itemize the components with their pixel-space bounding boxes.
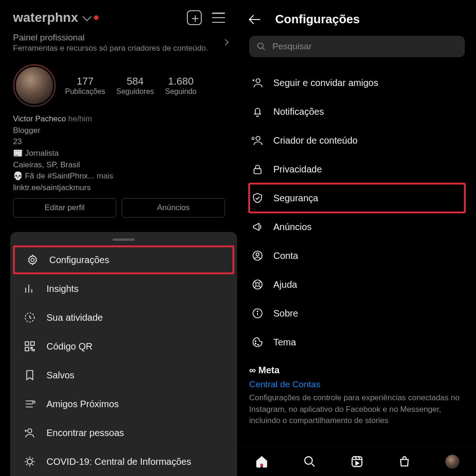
sheet-item-label: Insights xyxy=(46,284,79,294)
tab-home[interactable] xyxy=(255,455,269,469)
sheet-handle[interactable] xyxy=(112,238,135,241)
stat-following-value: 1.680 xyxy=(165,75,197,87)
tab-shop[interactable] xyxy=(397,455,411,469)
theme-icon xyxy=(251,336,264,349)
sheet-item-qr[interactable]: Código QR xyxy=(10,332,237,361)
settings-item-creator[interactable]: Criador de conteúdo xyxy=(249,126,465,155)
menu-sheet: Configurações Insights Sua atividade Cód… xyxy=(10,232,237,476)
profile-stats: 177 Publicações 584 Seguidores 1.680 Seg… xyxy=(0,59,238,109)
sheet-item-label: Configurações xyxy=(49,255,109,265)
chevron-down-icon xyxy=(82,12,92,21)
svg-point-9 xyxy=(256,136,260,140)
bio-more[interactable]: ... mais xyxy=(88,172,113,180)
settings-header: Configurações xyxy=(238,0,476,36)
sheet-item-label: COVID-19: Central de Informações xyxy=(46,456,191,467)
svg-rect-3 xyxy=(31,342,34,345)
gear-icon xyxy=(26,253,39,266)
settings-item-label: Privacidade xyxy=(273,164,322,175)
insights-icon xyxy=(23,282,36,295)
sheet-item-close-friends[interactable]: Amigos Próximos xyxy=(10,390,237,418)
stat-posts-value: 177 xyxy=(65,75,105,87)
sheet-item-covid[interactable]: COVID-19: Central de Informações xyxy=(10,447,237,476)
tab-reels[interactable] xyxy=(350,455,364,469)
bio-line: Caieiras, SP, Brasil xyxy=(13,159,225,171)
svg-rect-10 xyxy=(254,169,261,174)
svg-point-6 xyxy=(27,459,33,464)
accounts-center-link[interactable]: Central de Contas xyxy=(249,379,465,390)
info-icon xyxy=(251,307,264,320)
sheet-item-settings[interactable]: Configurações xyxy=(13,245,234,274)
settings-title: Configurações xyxy=(275,12,360,26)
profile-screen: waterphnx Painel profissional Ferramenta… xyxy=(0,0,238,476)
professional-panel[interactable]: Painel profissional Ferramentas e recurs… xyxy=(0,30,238,59)
svg-point-20 xyxy=(304,456,312,464)
stat-posts-label: Publicações xyxy=(65,87,105,96)
sheet-item-insights[interactable]: Insights xyxy=(10,274,237,303)
add-person-icon xyxy=(23,426,36,439)
profile-avatar[interactable] xyxy=(13,64,56,107)
ads-button[interactable]: Anúncios xyxy=(122,198,225,218)
profile-header: waterphnx xyxy=(0,0,238,30)
professional-panel-title: Painel profissional xyxy=(13,33,225,43)
bookmark-icon xyxy=(23,369,36,382)
sheet-item-activity[interactable]: Sua atividade xyxy=(10,303,237,332)
search-input[interactable]: Pesquisar xyxy=(249,36,465,57)
bell-icon xyxy=(251,105,264,118)
meta-description: Configurações de controle para experiênc… xyxy=(249,392,465,427)
settings-item-follow-invite[interactable]: Seguir e convidar amigos xyxy=(249,68,465,97)
sheet-item-find-people[interactable]: Encontrar pessoas xyxy=(10,418,237,447)
create-post-button[interactable] xyxy=(187,10,202,25)
meta-logo: ∞ Meta xyxy=(249,365,465,376)
svg-point-5 xyxy=(28,429,32,433)
stat-followers[interactable]: 584 Seguidores xyxy=(116,75,154,96)
settings-item-label: Notificações xyxy=(273,106,324,117)
stat-following[interactable]: 1.680 Seguindo xyxy=(165,75,197,96)
bottom-tab-bar xyxy=(238,446,476,476)
tab-search[interactable] xyxy=(303,455,317,469)
username: waterphnx xyxy=(13,10,78,25)
settings-item-ads[interactable]: Anúncios xyxy=(249,212,465,241)
sheet-item-label: Sua atividade xyxy=(46,312,103,323)
svg-point-12 xyxy=(256,253,259,256)
pronouns: he/him xyxy=(68,114,92,123)
settings-item-notifications[interactable]: Notificações xyxy=(249,97,465,126)
search-icon xyxy=(257,42,266,51)
settings-item-theme[interactable]: Tema xyxy=(249,328,465,357)
avatar-small xyxy=(445,455,459,469)
svg-point-0 xyxy=(31,258,34,262)
meta-section: ∞ Meta Central de Contas Configurações d… xyxy=(238,357,476,427)
settings-item-security[interactable]: Segurança xyxy=(249,184,465,212)
settings-item-privacy[interactable]: Privacidade xyxy=(249,155,465,184)
stat-posts[interactable]: 177 Publicações xyxy=(65,75,105,96)
username-dropdown[interactable]: waterphnx xyxy=(13,10,99,25)
settings-item-label: Conta xyxy=(273,251,298,261)
settings-item-about[interactable]: Sobre xyxy=(249,299,465,328)
settings-item-label: Seguir e convidar amigos xyxy=(273,78,378,88)
back-button[interactable] xyxy=(249,13,262,26)
tab-profile[interactable] xyxy=(445,455,459,469)
edit-profile-button[interactable]: Editar perfil xyxy=(13,198,116,218)
shield-icon xyxy=(251,192,264,205)
profile-bio: Victor Pacheco he/him Blogger 23 📰 Jorna… xyxy=(0,109,238,198)
bio-link[interactable]: linktr.ee/saintjackmurs xyxy=(13,182,225,194)
sheet-item-label: Encontrar pessoas xyxy=(46,428,124,438)
settings-item-account[interactable]: Conta xyxy=(249,241,465,270)
settings-item-label: Segurança xyxy=(273,193,318,204)
display-name: Victor Pacheco xyxy=(13,114,66,123)
menu-button[interactable] xyxy=(212,13,225,23)
bio-line: 💀 Fã de #SaintPhnx xyxy=(13,172,88,180)
svg-point-14 xyxy=(256,283,259,286)
svg-point-19 xyxy=(258,344,258,345)
tab-active-dot-icon xyxy=(260,464,263,467)
search-placeholder: Pesquisar xyxy=(272,41,312,52)
settings-item-label: Anúncios xyxy=(273,222,311,232)
svg-point-18 xyxy=(255,343,256,344)
stat-following-label: Seguindo xyxy=(165,87,197,96)
settings-item-help[interactable]: Ajuda xyxy=(249,270,465,299)
sheet-item-label: Código QR xyxy=(46,341,93,352)
sheet-item-saved[interactable]: Salvos xyxy=(10,361,237,390)
activity-icon xyxy=(23,311,36,324)
help-icon xyxy=(251,278,264,291)
creator-icon xyxy=(251,134,264,147)
svg-point-17 xyxy=(255,341,256,342)
